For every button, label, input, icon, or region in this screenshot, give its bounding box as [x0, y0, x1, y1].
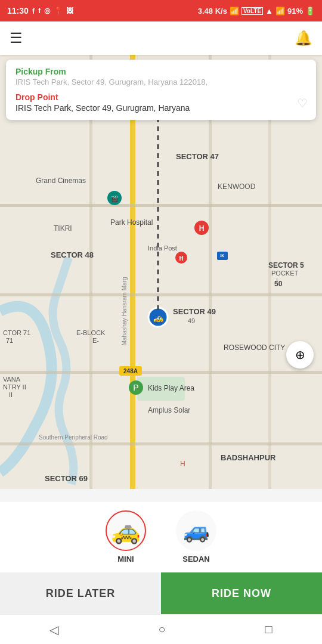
svg-rect-3 — [0, 293, 322, 296]
svg-text:P: P — [133, 383, 138, 392]
mini-car-icon: 🚕 — [111, 517, 141, 545]
svg-text:Park Hospital: Park Hospital — [110, 218, 153, 227]
svg-text:H: H — [199, 224, 205, 233]
back-button[interactable]: ◁ — [44, 617, 64, 643]
sedan-vehicle-icon-wrap: 🚙 — [176, 510, 216, 551]
mini-vehicle-icon-wrap: 🚕 — [106, 510, 146, 551]
status-time: 11:30 — [7, 6, 29, 16]
mini-vehicle-label: MINI — [117, 555, 134, 564]
messenger-icon: f — [38, 7, 41, 15]
android-nav-bar: ◁ ○ □ — [0, 614, 322, 644]
recent-apps-button[interactable]: □ — [259, 617, 278, 642]
svg-text:KENWOOD: KENWOOD — [218, 182, 256, 191]
drop-label: Drop Point — [16, 92, 292, 102]
svg-text:E-: E- — [92, 337, 99, 344]
speed-indicator: 3.48 K/s — [198, 7, 227, 16]
svg-rect-4 — [0, 371, 322, 374]
app-icon: ◎ — [44, 7, 50, 15]
location-button[interactable]: ⊕ — [286, 341, 314, 369]
home-button[interactable]: ○ — [152, 617, 171, 642]
svg-text:Grand Cinemas: Grand Cinemas — [36, 177, 86, 185]
battery-icon: 🔋 — [305, 7, 315, 16]
svg-text:Amplus Solar: Amplus Solar — [148, 406, 190, 414]
volte-label: VoLTE — [242, 7, 263, 15]
svg-text:🎬: 🎬 — [111, 195, 119, 203]
svg-text:SECTOR 5: SECTOR 5 — [268, 261, 304, 270]
svg-text:CTOR 71: CTOR 71 — [3, 329, 30, 336]
svg-text:Kids Play Area: Kids Play Area — [148, 384, 194, 392]
svg-text:NTRY II: NTRY II — [3, 383, 26, 391]
svg-text:🚕: 🚕 — [153, 313, 164, 323]
svg-rect-2 — [0, 204, 322, 207]
svg-rect-7 — [209, 55, 212, 489]
status-bar: 11:30 f f ◎ 📍 🖼 3.48 K/s 📶 VoLTE ▲ 📶 91%… — [0, 0, 322, 21]
action-buttons: RIDE LATER RIDE NOW — [0, 572, 322, 614]
svg-text:E-BLOCK: E-BLOCK — [76, 329, 106, 336]
pickup-address: IRIS Tech Park, Sector 49, Gurugram, Har… — [16, 78, 292, 86]
sim-icon: 📶 — [230, 7, 239, 16]
svg-text:SECTOR 48: SECTOR 48 — [51, 250, 94, 259]
svg-text:India Post: India Post — [148, 244, 177, 252]
svg-text:BADSHAHPUR: BADSHAHPUR — [221, 453, 276, 462]
status-bar-right: 3.48 K/s 📶 VoLTE ▲ 📶 91% 🔋 — [198, 7, 315, 16]
svg-text:TIKRI: TIKRI — [54, 224, 72, 233]
vehicle-sedan[interactable]: 🚙 SEDAN — [176, 510, 216, 564]
svg-text:VANA: VANA — [3, 376, 21, 383]
svg-text:71: 71 — [6, 337, 13, 344]
ride-now-button[interactable]: RIDE NOW — [161, 572, 322, 614]
svg-rect-5 — [0, 442, 322, 445]
drop-address: IRIS Tech Park, Sector 49, Gurugram, Har… — [16, 103, 292, 113]
svg-text:ROSEWOOD CITY: ROSEWOOD CITY — [224, 343, 285, 352]
svg-text:SECTOR 47: SECTOR 47 — [176, 152, 219, 161]
pickup-label: Pickup From — [16, 67, 292, 76]
vehicle-mini[interactable]: 🚕 MINI — [106, 510, 146, 564]
svg-text:H: H — [179, 255, 183, 262]
svg-rect-6 — [89, 55, 92, 489]
wifi-icon: ▲ — [265, 7, 273, 16]
fb-icon: f — [32, 7, 35, 16]
sedan-vehicle-label: SEDAN — [182, 555, 210, 564]
svg-text:POCKET: POCKET — [271, 270, 299, 277]
svg-text:50: 50 — [274, 280, 283, 288]
svg-text:Southern Peripheral Road: Southern Peripheral Road — [39, 434, 108, 441]
map-area: 248A P H H ✉ 🎬 🚕 Mahashay Hansram Marg G… — [0, 55, 322, 489]
top-nav: ☰ 🔔 — [0, 21, 322, 55]
vehicle-selection: 🚕 MINI 🚙 SEDAN — [0, 501, 322, 572]
notification-bell-icon[interactable]: 🔔 — [295, 30, 312, 47]
svg-text:49: 49 — [188, 317, 195, 324]
signal-icon: 📶 — [275, 7, 285, 16]
image-icon: 🖼 — [66, 7, 73, 15]
location-crosshair-icon: ⊕ — [295, 348, 305, 362]
svg-text:SECTOR 69: SECTOR 69 — [45, 474, 88, 483]
menu-button[interactable]: ☰ — [10, 30, 23, 47]
map-svg: 248A P H H ✉ 🎬 🚕 Mahashay Hansram Marg G… — [0, 55, 322, 489]
address-card: Pickup From IRIS Tech Park, Sector 49, G… — [6, 60, 316, 120]
location-icon: 📍 — [54, 7, 63, 15]
svg-rect-1 — [130, 55, 135, 489]
svg-text:H: H — [180, 460, 185, 468]
favorite-heart-icon[interactable]: ♡ — [297, 96, 308, 110]
svg-text:248A: 248A — [123, 368, 138, 374]
svg-text:SECTOR 49: SECTOR 49 — [173, 307, 216, 316]
status-bar-left: 11:30 f f ◎ 📍 🖼 — [7, 6, 73, 16]
sedan-car-icon: 🚙 — [183, 518, 210, 543]
svg-text:II: II — [9, 391, 13, 398]
ride-later-button[interactable]: RIDE LATER — [0, 572, 161, 614]
svg-text:✉: ✉ — [220, 253, 225, 259]
svg-text:Mahashay Hansram Marg: Mahashay Hansram Marg — [121, 277, 128, 345]
battery-level: 91% — [287, 7, 303, 16]
